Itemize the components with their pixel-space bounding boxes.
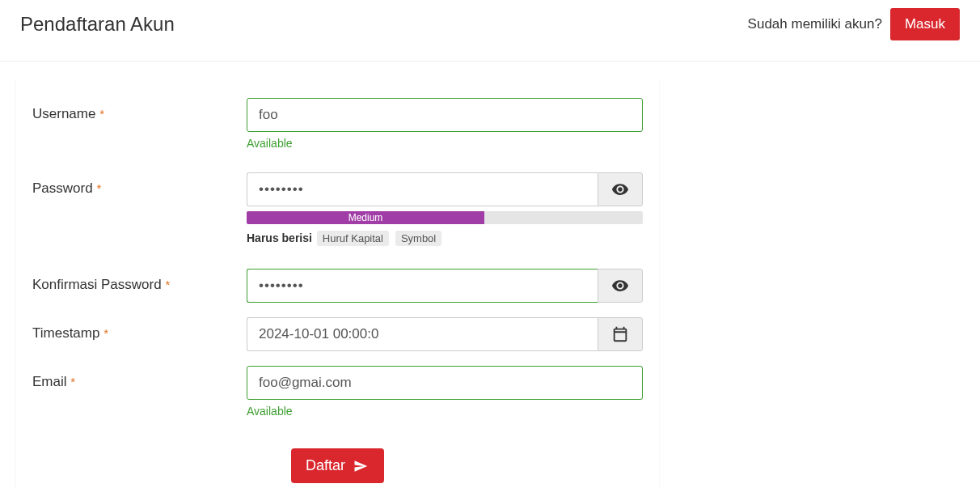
timestamp-label: Timestamp bbox=[32, 325, 99, 341]
login-button[interactable]: Masuk bbox=[890, 8, 960, 40]
header-right: Sudah memiliki akun? Masuk bbox=[748, 8, 960, 40]
password-strength-label: Medium bbox=[247, 211, 484, 224]
password-label: Password bbox=[32, 180, 93, 196]
confirm-password-input-group bbox=[247, 269, 643, 303]
password-strength-bar: Medium bbox=[247, 211, 643, 224]
toggle-password-visibility-button[interactable] bbox=[598, 172, 643, 206]
email-field-col: Available bbox=[247, 366, 643, 418]
requirement-tag: Symbol bbox=[395, 231, 441, 246]
page-title: Pendaftaran Akun bbox=[20, 13, 175, 36]
already-have-account-text: Sudah memiliki akun? bbox=[748, 16, 882, 32]
email-label: Email bbox=[32, 374, 67, 389]
requirement-tag: Huruf Kapital bbox=[317, 231, 389, 246]
email-hint: Available bbox=[247, 405, 643, 418]
email-input[interactable] bbox=[247, 366, 643, 400]
required-marker: * bbox=[165, 278, 170, 291]
password-input-group bbox=[247, 172, 643, 206]
required-marker: * bbox=[103, 326, 108, 340]
content-area: Username * Available Password * bbox=[0, 61, 980, 488]
eye-icon bbox=[611, 277, 629, 295]
password-input[interactable] bbox=[247, 172, 598, 206]
timestamp-label-col: Timestamp * bbox=[32, 317, 247, 342]
password-requirements: Harus berisi Huruf Kapital Symbol bbox=[247, 231, 643, 246]
registration-form-card: Username * Available Password * bbox=[16, 78, 659, 488]
timestamp-row: Timestamp * bbox=[32, 317, 643, 351]
email-row: Email * Available bbox=[32, 366, 643, 418]
timestamp-input[interactable] bbox=[247, 317, 598, 351]
open-datepicker-button[interactable] bbox=[598, 317, 643, 351]
username-hint: Available bbox=[247, 137, 643, 150]
confirm-password-input[interactable] bbox=[247, 269, 598, 303]
password-row: Password * Medium Harus berisi Hu bbox=[32, 172, 643, 246]
confirm-password-field-col bbox=[247, 269, 643, 303]
requirements-label: Harus berisi bbox=[247, 231, 312, 244]
submit-spacer bbox=[32, 440, 247, 448]
page-header: Pendaftaran Akun Sudah memiliki akun? Ma… bbox=[0, 0, 980, 61]
register-button-label: Daftar bbox=[306, 457, 345, 474]
required-marker: * bbox=[99, 107, 104, 121]
username-field-col: Available bbox=[247, 98, 643, 150]
timestamp-field-col bbox=[247, 317, 643, 351]
send-icon bbox=[352, 459, 370, 473]
register-button[interactable]: Daftar bbox=[291, 448, 384, 483]
toggle-confirm-password-visibility-button[interactable] bbox=[598, 269, 643, 303]
submit-field-col: Daftar bbox=[247, 448, 643, 483]
confirm-password-label: Konfirmasi Password bbox=[32, 277, 162, 292]
username-label: Username bbox=[32, 106, 95, 121]
password-strength-fill: Medium bbox=[247, 211, 484, 224]
password-label-col: Password * bbox=[32, 172, 247, 197]
password-field-col: Medium Harus berisi Huruf Kapital Symbol bbox=[247, 172, 643, 246]
submit-row: Daftar bbox=[32, 440, 643, 483]
username-label-col: Username * bbox=[32, 98, 247, 122]
required-marker: * bbox=[70, 375, 75, 388]
email-label-col: Email * bbox=[32, 366, 247, 390]
confirm-password-label-col: Konfirmasi Password * bbox=[32, 269, 247, 293]
timestamp-input-group bbox=[247, 317, 643, 351]
required-marker: * bbox=[96, 181, 101, 195]
confirm-password-row: Konfirmasi Password * bbox=[32, 269, 643, 303]
eye-icon bbox=[611, 180, 629, 198]
username-row: Username * Available bbox=[32, 98, 643, 150]
calendar-icon bbox=[611, 325, 629, 343]
username-input[interactable] bbox=[247, 98, 643, 132]
